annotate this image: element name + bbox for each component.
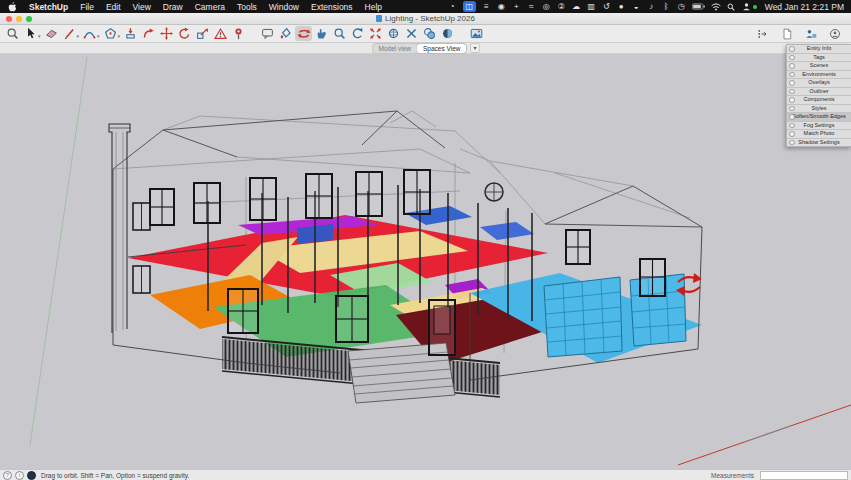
walk-tool-icon[interactable] bbox=[403, 26, 420, 41]
tray-item-fog-settings[interactable]: Fog Settings bbox=[787, 122, 851, 131]
annotation-tool-icon[interactable] bbox=[259, 26, 276, 41]
activity-icon[interactable]: ≈ bbox=[527, 1, 536, 12]
history-icon[interactable]: ↺ bbox=[602, 1, 611, 12]
tray-item-scenes[interactable]: Scenes bbox=[787, 62, 851, 71]
orbit-tool-icon[interactable] bbox=[295, 26, 312, 41]
close-button[interactable] bbox=[6, 16, 12, 22]
record-icon[interactable]: ◉ bbox=[497, 1, 506, 12]
menu-camera[interactable]: Camera bbox=[189, 2, 231, 12]
menu-draw[interactable]: Draw bbox=[157, 2, 189, 12]
app-dot-icon[interactable]: ● bbox=[617, 1, 626, 12]
window-tiling-icon[interactable]: ≡ bbox=[482, 1, 491, 12]
disclosure-circle-icon[interactable] bbox=[789, 55, 795, 61]
disclosure-circle-icon[interactable] bbox=[789, 114, 795, 120]
user-account-icon[interactable] bbox=[742, 1, 751, 12]
position-pin-tool-icon[interactable] bbox=[230, 26, 247, 41]
line-tool-icon[interactable] bbox=[61, 26, 78, 41]
menu-window[interactable]: Window bbox=[263, 2, 305, 12]
menubar-clock[interactable]: Wed Jan 21 2:21 PM bbox=[765, 2, 844, 12]
clock-menu-icon[interactable]: ◷ bbox=[677, 1, 686, 12]
follow-me-tool-icon[interactable] bbox=[140, 26, 157, 41]
scale-tool-icon[interactable] bbox=[194, 26, 211, 41]
cloud-icon[interactable]: ☁ bbox=[572, 1, 581, 12]
tray-item-tags[interactable]: Tags bbox=[787, 54, 851, 63]
zoom-extents-tool-icon[interactable] bbox=[367, 26, 384, 41]
move-tool-icon[interactable] bbox=[158, 26, 175, 41]
shapes-dropdown-caret-icon[interactable]: ▾ bbox=[118, 33, 121, 39]
disclosure-circle-icon[interactable] bbox=[789, 63, 795, 69]
sync-icon[interactable]: ◔ bbox=[448, 1, 457, 12]
zoom-tool-icon[interactable] bbox=[331, 26, 348, 41]
shield-icon[interactable]: ◒ bbox=[632, 1, 641, 12]
eraser-tool-icon[interactable] bbox=[43, 26, 60, 41]
export-icon[interactable] bbox=[754, 26, 771, 41]
disclosure-circle-icon[interactable] bbox=[789, 80, 795, 86]
tray-item-components[interactable]: Components bbox=[787, 96, 851, 105]
disclosure-circle-icon[interactable] bbox=[789, 140, 795, 146]
disclosure-circle-icon[interactable] bbox=[789, 97, 795, 103]
push-pull-tool-icon[interactable] bbox=[122, 26, 139, 41]
notification-count-icon[interactable]: ② bbox=[557, 1, 566, 12]
disclosure-circle-icon[interactable] bbox=[789, 131, 795, 137]
menu-help[interactable]: Help bbox=[359, 2, 388, 12]
line-dropdown-caret-icon[interactable]: ▾ bbox=[77, 33, 80, 39]
viewport-3d-model[interactable] bbox=[0, 53, 851, 470]
displays-icon[interactable]: ▥ bbox=[587, 1, 596, 12]
menu-edit[interactable]: Edit bbox=[100, 2, 127, 12]
battery-icon[interactable] bbox=[692, 1, 705, 12]
sections-tool-icon[interactable] bbox=[421, 26, 438, 41]
search-tool-icon[interactable] bbox=[4, 26, 21, 41]
select-tool-icon[interactable] bbox=[22, 26, 39, 41]
screen-indicator-icon[interactable]: ◫ bbox=[463, 1, 476, 12]
volume-icon[interactable]: ♪ bbox=[647, 1, 656, 12]
bluetooth-icon[interactable]: ᛒ bbox=[662, 1, 671, 12]
tray-item-environments[interactable]: Environments bbox=[787, 71, 851, 80]
geolocation-globe-icon[interactable] bbox=[27, 471, 36, 480]
menu-sketchup[interactable]: SketchUp bbox=[23, 2, 74, 12]
apple-menu-icon[interactable] bbox=[7, 2, 17, 12]
arc-tool-icon[interactable] bbox=[81, 26, 98, 41]
plus-icon[interactable]: + bbox=[512, 1, 521, 12]
pan-tool-icon[interactable] bbox=[313, 26, 330, 41]
previous-view-tool-icon[interactable] bbox=[349, 26, 366, 41]
disclosure-circle-icon[interactable] bbox=[789, 106, 795, 112]
disclosure-circle-icon[interactable] bbox=[789, 46, 795, 52]
warning-tool-icon[interactable] bbox=[212, 26, 229, 41]
fullscreen-button[interactable] bbox=[26, 16, 32, 22]
info-circle-icon[interactable]: i bbox=[15, 471, 24, 480]
shapes-tool-icon[interactable] bbox=[102, 26, 119, 41]
tray-item-entity-info[interactable]: Entity Info bbox=[787, 45, 851, 54]
style-sphere-tool-icon[interactable] bbox=[439, 26, 456, 41]
select-dropdown-caret-icon[interactable]: ▾ bbox=[38, 33, 41, 39]
tray-item-soften-smooth-edges[interactable]: Soften/Smooth Edges bbox=[787, 113, 851, 122]
account-help-icon[interactable] bbox=[826, 26, 843, 41]
disclosure-circle-icon[interactable] bbox=[789, 123, 795, 129]
minimize-button[interactable] bbox=[16, 16, 22, 22]
menu-view[interactable]: View bbox=[127, 2, 157, 12]
tray-item-outliner[interactable]: Outliner bbox=[787, 88, 851, 97]
tray-item-shadow-settings[interactable]: Shadow Settings bbox=[787, 139, 851, 147]
document-proxy-icon[interactable] bbox=[376, 15, 382, 22]
position-camera-tool-icon[interactable] bbox=[385, 26, 402, 41]
menu-extensions[interactable]: Extensions bbox=[305, 2, 359, 12]
window-titlebar[interactable]: Lighting - SketchUp 2026 bbox=[0, 13, 851, 25]
disclosure-circle-icon[interactable] bbox=[789, 72, 795, 78]
tray-item-overlays[interactable]: Overlays bbox=[787, 79, 851, 88]
spotlight-search-icon[interactable] bbox=[727, 1, 736, 12]
wifi-icon[interactable] bbox=[711, 1, 721, 12]
menu-file[interactable]: File bbox=[74, 2, 100, 12]
collaborate-icon[interactable] bbox=[802, 26, 819, 41]
tray-item-styles[interactable]: Styles bbox=[787, 105, 851, 114]
disclosure-circle-icon[interactable] bbox=[789, 89, 795, 95]
spaces-view-segment[interactable]: Spaces View bbox=[417, 44, 466, 53]
model-view-segment[interactable]: Model view bbox=[373, 44, 418, 53]
measurements-input[interactable] bbox=[760, 471, 848, 480]
camera-icon[interactable]: ◎ bbox=[542, 1, 551, 12]
rotate-tool-icon[interactable] bbox=[176, 26, 193, 41]
tray-item-match-photo[interactable]: Match Photo bbox=[787, 130, 851, 139]
arc-dropdown-caret-icon[interactable]: ▾ bbox=[97, 33, 100, 39]
view-mode-dropdown-icon[interactable]: ▾ bbox=[470, 43, 479, 53]
new-document-icon[interactable] bbox=[778, 26, 795, 41]
help-circle-icon[interactable]: ? bbox=[3, 471, 12, 480]
match-photo-tool-icon[interactable] bbox=[468, 26, 485, 41]
